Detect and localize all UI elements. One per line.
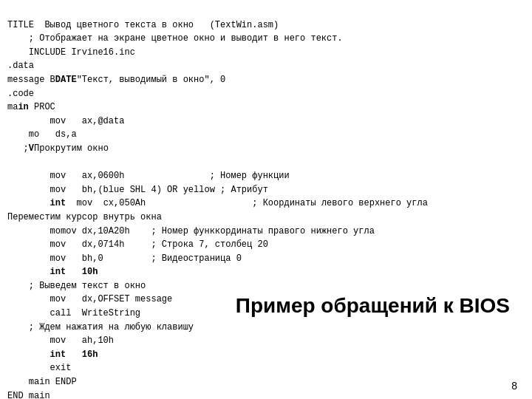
line-21: mov dx,OFFSET message [7,294,172,304]
line-26: exit [7,363,71,373]
code-block: TITLE Вывод цветного текста в окно (Text… [0,0,532,399]
line-25: int 16h [7,349,98,360]
line-17: mov dx,0714h ; Строка 7, столбец 20 [7,239,268,250]
line-20: ; Выведем текст в окно [7,281,146,291]
line-5: message BDATE"Текст, выводимый в окно", … [7,75,225,85]
line-22: call WriteString [7,308,140,318]
line-24: mov ah,10h [7,335,114,346]
page-number: 8 [511,380,517,392]
overlay-label: Пример обращений к BIOS [236,294,510,318]
line-10: ;VПрокрутим окно [7,143,109,154]
line-4: .data [7,61,34,71]
line-2: ; Отображает на экране цветное окно и вы… [7,33,343,44]
line-3: INCLUDE Irvine16.inc [7,47,135,58]
line-27: main ENDP [7,377,77,387]
line-23: ; Ждем нажатия на любую клавишу [7,322,194,332]
line-9: mo ds,a [7,129,77,140]
line-7: main PROC [7,102,55,112]
line-14: int mov cx,050Ah ; Координаты левого вер… [7,198,428,208]
line-15: Переместим курсор внутрь окна [7,212,162,222]
line-13: mov bh,(blue SHL 4) OR yellow ; Атрибут [7,185,268,195]
line-28: END main [7,391,50,399]
line-8: mov ax,@data [7,116,124,126]
line-6: .code [7,89,34,99]
line-19: int 10h [7,267,98,277]
line-16: momov dx,10A20h ; Номер функкординаты пр… [7,226,375,236]
line-12: mov ax,0600h ; Номер функции [7,171,290,181]
line-1: TITLE Вывод цветного текста в окно (Text… [7,20,279,30]
line-18: mov bh,0 ; Видеостраница 0 [7,253,242,264]
